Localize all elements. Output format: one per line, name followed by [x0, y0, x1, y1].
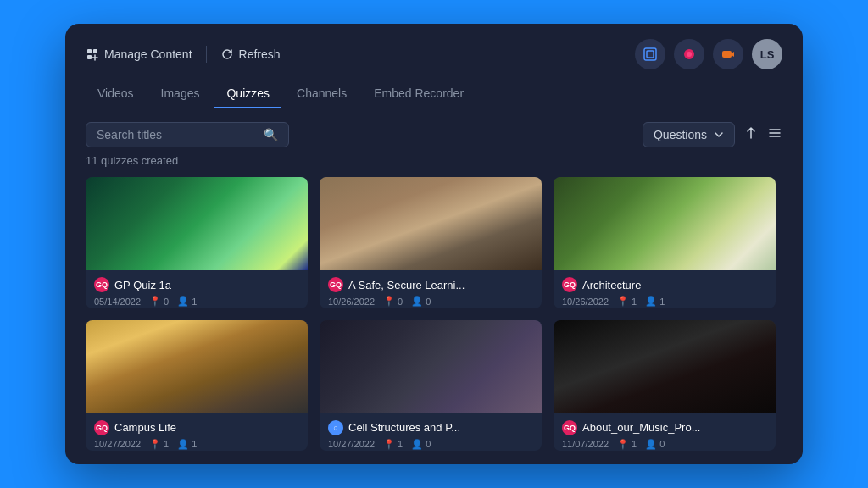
- manage-content-label: Manage Content: [104, 47, 192, 61]
- quiz-title-3: Architecture: [582, 279, 641, 291]
- list-view-icon: [767, 125, 782, 141]
- quiz-date-1: 05/14/2022: [94, 297, 141, 307]
- card-title-row-3: GQ Architecture: [562, 277, 767, 292]
- quiz-meta-5: 10/27/2022 📍 1 👤 0: [328, 439, 533, 450]
- quiz-count-label: 11 quizzes created: [86, 154, 782, 167]
- quiz-date-3: 10/26/2022: [562, 297, 609, 307]
- quiz-questions-6: 📍 1: [617, 439, 637, 450]
- quiz-card-3[interactable]: GQ Architecture 10/26/2022 📍 1 👤 1: [554, 177, 776, 308]
- card-title-row-6: GQ About_our_Music_Pro...: [562, 420, 767, 435]
- card-title-row-1: GQ GP Quiz 1a: [94, 277, 299, 292]
- quiz-badge-6: GQ: [562, 420, 577, 435]
- quiz-meta-2: 10/26/2022 📍 0 👤 0: [328, 296, 533, 307]
- quiz-thumb-4: [86, 320, 308, 413]
- quiz-card-6[interactable]: GQ About_our_Music_Pro... 11/07/2022 📍 1…: [554, 320, 776, 452]
- quiz-info-3: GQ Architecture 10/26/2022 📍 1 👤 1: [554, 270, 776, 308]
- svg-rect-3: [644, 48, 656, 60]
- svg-rect-1: [93, 49, 97, 53]
- quiz-info-6: GQ About_our_Music_Pro... 11/07/2022 📍 1…: [554, 413, 776, 452]
- sort-dropdown[interactable]: Questions: [643, 122, 735, 147]
- quiz-badge-1: GQ: [94, 277, 109, 292]
- toolbar: 🔍 Questions: [86, 122, 782, 147]
- quiz-badge-3: GQ: [562, 277, 577, 292]
- sort-direction-button[interactable]: [743, 125, 759, 144]
- sort-label: Questions: [654, 128, 707, 141]
- svg-rect-2: [87, 55, 92, 59]
- quiz-users-5: 👤 0: [411, 439, 431, 450]
- quiz-questions-4: 📍 1: [149, 439, 169, 450]
- manage-content-icon: [86, 47, 99, 61]
- quiz-thumb-5: [320, 320, 542, 413]
- svg-point-6: [687, 52, 692, 57]
- quiz-title-5: Cell Structures and P...: [348, 421, 460, 434]
- quiz-meta-6: 11/07/2022 📍 1 👤 0: [562, 439, 767, 450]
- quiz-meta-1: 05/14/2022 📍 0 👤 1: [94, 296, 299, 307]
- quiz-date-5: 10/27/2022: [328, 439, 375, 449]
- quiz-questions-1: 📍 0: [149, 296, 169, 307]
- header: Manage Content Refresh: [65, 24, 803, 69]
- chevron-down-icon: [714, 130, 724, 140]
- header-right: LS: [635, 39, 782, 69]
- search-icon[interactable]: 🔍: [264, 128, 278, 141]
- quiz-thumb-6: [554, 320, 776, 413]
- quiz-badge-2: GQ: [328, 277, 343, 292]
- search-box: 🔍: [86, 122, 289, 147]
- quiz-users-3: 👤 1: [645, 296, 665, 307]
- quiz-users-1: 👤 1: [177, 296, 197, 307]
- refresh-button[interactable]: Refresh: [220, 47, 281, 61]
- quiz-card-5[interactable]: ○ Cell Structures and P... 10/27/2022 📍 …: [320, 320, 542, 452]
- quiz-date-4: 10/27/2022: [94, 439, 141, 449]
- tab-videos[interactable]: Videos: [86, 80, 146, 108]
- quiz-info-5: ○ Cell Structures and P... 10/27/2022 📍 …: [320, 413, 542, 452]
- svg-rect-7: [722, 51, 732, 58]
- quiz-grid: GQ GP Quiz 1a 05/14/2022 📍 0 👤 1: [86, 177, 782, 451]
- sort-arrow-icon: [743, 125, 759, 141]
- tab-channels[interactable]: Channels: [285, 80, 359, 108]
- quiz-questions-2: 📍 0: [383, 296, 403, 307]
- list-view-button[interactable]: [767, 125, 782, 145]
- app-container: Manage Content Refresh: [65, 24, 803, 464]
- quiz-meta-4: 10/27/2022 📍 1 👤 1: [94, 439, 299, 450]
- quiz-info-1: GQ GP Quiz 1a 05/14/2022 📍 0 👤 1: [86, 270, 308, 308]
- tab-images[interactable]: Images: [149, 80, 212, 108]
- quiz-title-4: Campus Life: [114, 421, 176, 434]
- quiz-badge-4: GQ: [94, 420, 109, 435]
- card-title-row-5: ○ Cell Structures and P...: [328, 420, 533, 435]
- capture-icon: [643, 47, 658, 62]
- quiz-info-4: GQ Campus Life 10/27/2022 📍 1 👤 1: [86, 413, 308, 452]
- capture-icon-button[interactable]: [635, 39, 665, 69]
- quiz-info-2: GQ A Safe, Secure Learni... 10/26/2022 📍…: [320, 270, 542, 308]
- avatar-button[interactable]: LS: [752, 39, 782, 69]
- cam-icon: [721, 47, 736, 62]
- avatar-initials: LS: [760, 48, 775, 61]
- tab-embed-recorder[interactable]: Embed Recorder: [362, 80, 476, 108]
- quiz-card-2[interactable]: GQ A Safe, Secure Learni... 10/26/2022 📍…: [320, 177, 542, 308]
- quiz-thumb-2: [320, 177, 542, 270]
- quiz-users-6: 👤 0: [645, 439, 665, 450]
- record-icon-button[interactable]: [674, 39, 704, 69]
- header-divider: [206, 46, 207, 63]
- quiz-meta-3: 10/26/2022 📍 1 👤 1: [562, 296, 767, 307]
- cam-icon-button[interactable]: [713, 39, 743, 69]
- quiz-card-4[interactable]: GQ Campus Life 10/27/2022 📍 1 👤 1: [86, 320, 308, 452]
- refresh-label: Refresh: [239, 47, 281, 61]
- filter-area: Questions: [643, 122, 782, 147]
- header-left: Manage Content Refresh: [86, 46, 281, 63]
- nav-tabs: Videos Images Quizzes Channels Embed Rec…: [65, 69, 803, 108]
- quiz-users-2: 👤 0: [411, 296, 431, 307]
- quiz-thumb-1: [86, 177, 308, 270]
- tab-quizzes[interactable]: Quizzes: [214, 80, 281, 108]
- manage-content-button[interactable]: Manage Content: [86, 47, 192, 61]
- record-icon: [682, 47, 697, 62]
- quiz-card-1[interactable]: GQ GP Quiz 1a 05/14/2022 📍 0 👤 1: [86, 177, 308, 308]
- quiz-users-4: 👤 1: [177, 439, 197, 450]
- quiz-title-6: About_our_Music_Pro...: [582, 421, 700, 434]
- content-area: 🔍 Questions: [65, 108, 803, 464]
- quiz-date-2: 10/26/2022: [328, 297, 375, 307]
- quiz-title-1: GP Quiz 1a: [114, 279, 171, 291]
- search-input[interactable]: [97, 128, 257, 141]
- card-title-row-2: GQ A Safe, Secure Learni...: [328, 277, 533, 292]
- refresh-icon: [220, 47, 234, 61]
- quiz-questions-5: 📍 1: [383, 439, 403, 450]
- grid-wrapper: GQ GP Quiz 1a 05/14/2022 📍 0 👤 1: [86, 177, 782, 451]
